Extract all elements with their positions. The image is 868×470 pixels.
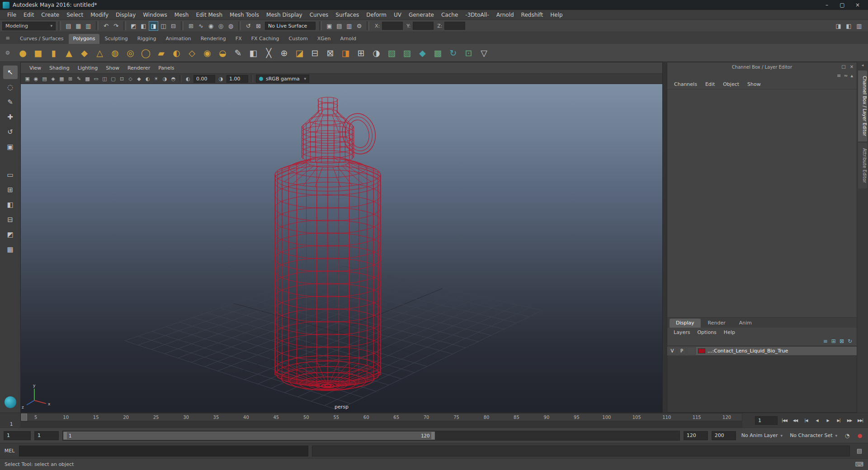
play-forwards-button[interactable]: ▶	[822, 415, 833, 425]
mirror-icon[interactable]: ◨	[338, 45, 353, 60]
multi-cut-icon[interactable]: ╳	[261, 45, 276, 60]
poly-platonic-icon[interactable]: ◇	[184, 45, 199, 60]
menu-item[interactable]: Windows	[139, 11, 171, 19]
resolution-gate-icon[interactable]: ◫	[100, 75, 109, 83]
menu-item[interactable]: Display	[112, 11, 139, 19]
poly-disc-icon[interactable]: ◐	[169, 45, 184, 60]
exposure-field[interactable]: 0.00	[193, 75, 215, 83]
layer-row[interactable]: V P ...:Contact_Lens_Liquid_Bio_True	[667, 347, 857, 355]
panel-menu-item[interactable]: Lighting	[74, 64, 102, 72]
layout-single-pane-icon[interactable]: ▭	[3, 168, 18, 182]
layer-color-swatch[interactable]	[698, 348, 705, 353]
2d-pan-zoom-icon[interactable]: ⊞	[66, 75, 75, 83]
target-weld-icon[interactable]: ⊕	[277, 45, 292, 60]
maximize-button[interactable]: ▢	[835, 1, 850, 9]
channel-box-menu-item[interactable]: Object	[719, 80, 743, 88]
separate-icon[interactable]: ⊠	[323, 45, 338, 60]
poly-plane-icon[interactable]: ▰	[154, 45, 169, 60]
layer-editor-tab[interactable]: Render	[702, 319, 732, 328]
undo-icon[interactable]: ↶	[101, 21, 111, 31]
playback-range-bar[interactable]: 1 120	[63, 432, 435, 440]
playback-start-field[interactable]: 1	[34, 431, 59, 440]
poly-pipe-icon[interactable]: ◍	[108, 45, 123, 60]
menu-item[interactable]: Arnold	[493, 11, 518, 19]
shaded-mode-icon[interactable]: ◆	[135, 75, 143, 83]
wireframe-mode-icon[interactable]: ◇	[126, 75, 135, 83]
panel-menu-item[interactable]: Panels	[154, 64, 178, 72]
separator-grip[interactable]	[58, 21, 61, 30]
separator-grip[interactable]	[96, 21, 99, 30]
average-vertices-icon[interactable]: ▨	[400, 45, 415, 60]
command-input[interactable]	[19, 446, 308, 456]
ipr-render-icon[interactable]: ▥	[344, 21, 354, 31]
snap-center-icon[interactable]: ◎	[216, 21, 226, 31]
poly-pyramid-icon[interactable]: △	[92, 45, 107, 60]
shelf-tab[interactable]: XGen	[313, 34, 335, 44]
new-empty-layer-icon[interactable]: ⊞	[831, 338, 836, 344]
select-tool-icon[interactable]: ↖	[3, 66, 18, 79]
construction-history-icon[interactable]: ↺	[244, 21, 253, 31]
step-forward-key-button[interactable]: ▶|	[833, 415, 844, 425]
time-slider-playhead[interactable]	[21, 414, 27, 421]
extrude-icon[interactable]: ◧	[246, 45, 261, 60]
menu-item[interactable]: Curves	[306, 11, 332, 19]
poly-cube-icon[interactable]: ■	[31, 45, 46, 60]
layout-four-pane-icon[interactable]: ⊞	[3, 183, 18, 197]
symmetrize-icon[interactable]: ▧	[384, 45, 399, 60]
poly-torus-icon[interactable]: ◯	[138, 45, 153, 60]
new-scene-icon[interactable]: ▤	[64, 21, 73, 31]
animation-start-field[interactable]: 1	[4, 431, 31, 440]
menu-item[interactable]: Mesh	[171, 11, 193, 19]
menu-item[interactable]: Create	[38, 11, 63, 19]
boolean-union-icon[interactable]: ⊞	[354, 45, 368, 60]
sort-layers-icon[interactable]: ≡	[823, 338, 828, 344]
menu-item[interactable]: Edit Mesh	[192, 11, 226, 19]
animation-preferences-icon[interactable]: ◔	[843, 431, 852, 440]
channel-stats-icon[interactable]: ▴	[850, 73, 853, 79]
poly-cylinder-icon[interactable]: ▮	[46, 45, 61, 60]
menu-item[interactable]: Deform	[363, 11, 390, 19]
menu-item[interactable]: File	[4, 11, 20, 19]
current-frame-field[interactable]: 1	[755, 416, 778, 425]
separator-grip[interactable]	[123, 21, 126, 30]
menu-set-selector[interactable]: Modeling ▾	[2, 22, 56, 30]
shelf-tabs-menu-icon[interactable]: ≡	[0, 32, 15, 44]
menu-item[interactable]: Edit	[20, 11, 38, 19]
select-object-icon[interactable]: ◧	[139, 21, 148, 31]
inputs-icon[interactable]: ⊠	[254, 21, 263, 31]
lock-camera-icon[interactable]: ◉	[32, 75, 40, 83]
menu-item[interactable]: Generate	[405, 11, 438, 19]
gamma-icon[interactable]: ◑	[217, 75, 225, 83]
playback-end-field[interactable]: 120	[684, 431, 708, 440]
panel-menu-item[interactable]: Shading	[45, 64, 74, 72]
poly-superellipse-icon[interactable]: ◒	[215, 45, 230, 60]
menu-item[interactable]: Help	[547, 11, 566, 19]
make-live-icon[interactable]: ◍	[226, 21, 236, 31]
camera-attributes-icon[interactable]: ▤	[40, 75, 49, 83]
render-settings-icon[interactable]: ⚙	[354, 21, 364, 31]
layer-name[interactable]: ...:Contact_Lens_Liquid_Bio_True	[708, 348, 788, 354]
sidebar-tab[interactable]: Attribute Editor	[858, 143, 867, 188]
select-component-icon[interactable]: ◨	[149, 21, 158, 31]
move-tool-icon[interactable]: ✚	[3, 110, 18, 124]
go-to-start-button[interactable]: |◀◀	[779, 415, 790, 425]
x-input[interactable]	[382, 22, 403, 30]
make-live-surface-icon[interactable]: ◆	[415, 45, 430, 60]
shelf-tab[interactable]: Rendering	[196, 34, 231, 44]
separator-grip[interactable]	[181, 21, 184, 30]
step-forward-frame-button[interactable]: ▶▶	[844, 415, 855, 425]
shelf-tab[interactable]: FX	[231, 34, 246, 44]
script-editor-icon[interactable]: ▤	[854, 447, 865, 454]
close-panel-icon[interactable]: ×	[849, 63, 855, 70]
shelf-tab[interactable]: Animation	[161, 34, 196, 44]
close-button[interactable]: ×	[850, 1, 865, 9]
shelf-tab[interactable]: Polygons	[69, 34, 100, 44]
shelf-tab[interactable]: Custom	[284, 34, 312, 44]
snap-curve-icon[interactable]: ∿	[196, 21, 206, 31]
layout-custom-icon[interactable]: ▦	[3, 243, 18, 256]
xray-mode-icon[interactable]: ◓	[169, 75, 178, 83]
layer-visibility-toggle[interactable]: V	[668, 347, 677, 355]
rotate-tool-icon[interactable]: ↺	[3, 125, 18, 139]
panel-menu-item[interactable]: View	[25, 64, 45, 72]
menu-item[interactable]: Surfaces	[332, 11, 363, 19]
